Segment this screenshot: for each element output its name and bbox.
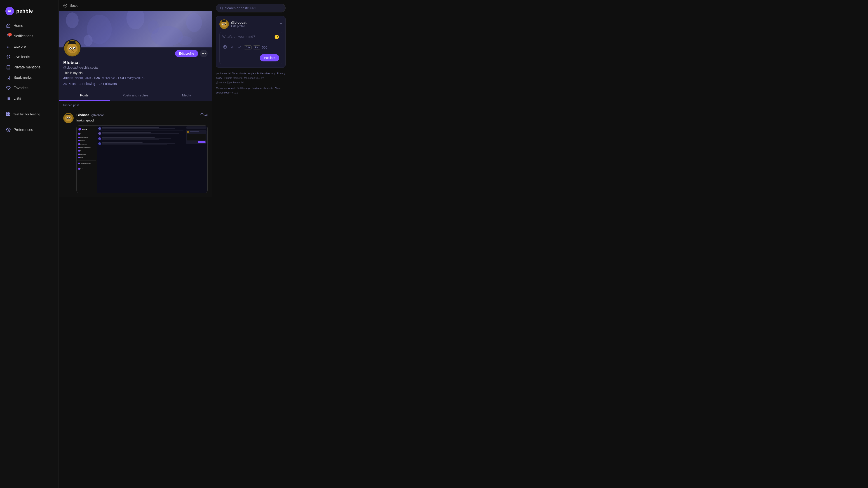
compose-tags: CW EN xyxy=(244,45,260,50)
right-profile-card: @blobcat Edit profile ≡ What's on your m… xyxy=(216,16,285,68)
mini-nav-notifications: Notifications xyxy=(78,136,96,139)
edit-profile-button[interactable]: Edit profile xyxy=(175,50,198,57)
app-logo[interactable]: pebble xyxy=(0,4,59,21)
footer-invite-link[interactable]: Invite people xyxy=(240,72,254,75)
footer-get-app-link[interactable]: Get the app xyxy=(237,87,250,90)
profile-avatar xyxy=(63,39,81,57)
mini-logo-dot xyxy=(79,128,81,131)
notification-badge: 1 xyxy=(8,33,12,36)
mini-nav-dot-test-list xyxy=(79,163,80,164)
book-icon xyxy=(6,65,11,70)
compose-publish-row: Publish! xyxy=(222,53,279,61)
profile-info-section: Edit profile ••• Blobcat @blobcat@pebble… xyxy=(59,47,212,90)
post-author-info: Blobcat @blobcat xyxy=(76,113,104,117)
profile-avatar-row: Edit profile ••• xyxy=(63,38,208,60)
mini-username-line xyxy=(190,131,199,132)
main-content: Back xyxy=(59,0,212,488)
mini-post-line-6 xyxy=(102,134,163,134)
clock-icon xyxy=(200,113,204,116)
sidebar-item-favorites[interactable]: Favorites xyxy=(3,83,56,93)
svg-point-26 xyxy=(148,20,159,34)
mini-post-body-1 xyxy=(102,127,183,130)
sidebar-item-private-mentions[interactable]: Private mentions xyxy=(3,62,56,72)
mini-nav-notifications-label: Notifications xyxy=(81,137,88,138)
heart-icon xyxy=(6,86,11,91)
posts-feed: Pinned post xyxy=(59,101,212,197)
compose-image-tool[interactable] xyxy=(222,44,228,51)
footer-server-section: pebble.social: About · Invite people · P… xyxy=(216,71,285,85)
en-badge[interactable]: EN xyxy=(253,45,260,50)
mini-main xyxy=(97,126,185,193)
search-bar[interactable] xyxy=(216,4,285,12)
mini-profile-row xyxy=(187,131,206,133)
sidebar-item-home[interactable]: Home xyxy=(3,21,56,31)
footer-mastodon-about-link[interactable]: About xyxy=(228,87,235,90)
tab-posts[interactable]: Posts xyxy=(59,90,110,101)
svg-point-47 xyxy=(67,118,68,119)
sidebar-item-lists[interactable]: Lists xyxy=(3,94,56,103)
footer-keyboard-shortcuts-link[interactable]: Keyboard shortcuts xyxy=(252,87,273,90)
right-menu-icon[interactable]: ≡ xyxy=(280,22,282,27)
mini-nav-bookmarks-label: Bookmarks xyxy=(81,150,87,152)
sidebar-item-test-list[interactable]: Test list for testing xyxy=(3,109,56,119)
compose-poll-tool[interactable] xyxy=(229,44,235,51)
sidebar-item-explore[interactable]: Explore xyxy=(3,41,56,52)
svg-point-61 xyxy=(223,24,224,25)
footer-about-link[interactable]: About xyxy=(232,72,238,75)
post-author-handle: @blobcat xyxy=(91,113,103,117)
search-input[interactable] xyxy=(225,6,282,10)
sidebar-item-bookmarks-label: Bookmarks xyxy=(13,76,32,80)
back-button[interactable]: Back xyxy=(59,0,212,11)
mini-nav-private-label: Private mentions xyxy=(81,147,91,148)
sidebar-divider-2 xyxy=(4,122,55,122)
publish-button[interactable]: Publish! xyxy=(260,54,279,61)
mini-profile-avatar xyxy=(187,131,189,133)
mini-nav-preferences: Preferences xyxy=(78,168,96,170)
mini-nav-explore-label: Explore xyxy=(81,140,85,141)
followers-count[interactable]: 28 Followers xyxy=(99,82,117,86)
test-list-label: Test list for testing xyxy=(13,112,40,116)
mini-nav-private: Private mentions xyxy=(78,146,96,149)
compose-placeholder[interactable]: What's on your mind? xyxy=(222,35,274,38)
post-header: Blobcat @blobcat 1d xyxy=(76,113,208,117)
joined-label: JOINED xyxy=(63,76,73,80)
posts-count[interactable]: 24 Posts xyxy=(63,82,75,86)
right-edit-link[interactable]: Edit profile xyxy=(231,24,246,28)
mini-post-line-4 xyxy=(102,132,151,133)
compose-tools: CW EN 500 xyxy=(222,44,267,51)
svg-point-48 xyxy=(69,118,70,119)
sidebar-item-bookmarks[interactable]: Bookmarks xyxy=(3,73,56,83)
sidebar-item-preferences[interactable]: Preferences xyxy=(3,125,56,135)
har-value: har har har xyxy=(101,76,115,80)
mini-post-2 xyxy=(98,131,183,136)
compose-emoji-button[interactable]: 🙂 xyxy=(274,35,279,39)
profile-more-button[interactable]: ••• xyxy=(200,50,208,57)
footer-profiles-link[interactable]: Profiles directory xyxy=(256,72,275,75)
mini-nav-dot-preferences xyxy=(79,168,80,170)
logo-icon xyxy=(5,7,14,15)
svg-point-36 xyxy=(74,48,75,49)
svg-rect-13 xyxy=(6,112,8,113)
profile-stats: 24 Posts 1 Following 28 Followers xyxy=(63,82,208,86)
mini-nav-dot-lists xyxy=(79,157,80,158)
following-count[interactable]: 1 Following xyxy=(79,82,95,86)
sidebar-item-notifications[interactable]: 1 Notifications xyxy=(3,31,56,41)
sidebar-item-live-feeds[interactable]: Live feeds xyxy=(3,52,56,62)
mini-nav-dot-private xyxy=(79,147,80,148)
svg-point-22 xyxy=(126,11,145,29)
cw-badge[interactable]: CW xyxy=(244,45,252,50)
profile-actions: Edit profile ••• xyxy=(175,50,208,57)
post-image-preview: pebble Home Notifications xyxy=(76,125,208,193)
mini-nav-test-list-label: Test list for testing xyxy=(81,163,91,164)
mini-nav-home-label: Home xyxy=(81,133,84,135)
post-timestamp: 1d xyxy=(205,113,208,116)
compose-check-tool[interactable] xyxy=(237,44,242,51)
mini-nav-dot-home xyxy=(79,133,80,135)
tab-media[interactable]: Media xyxy=(161,90,212,101)
tab-posts-replies[interactable]: Posts and replies xyxy=(110,90,161,101)
post-author-avatar xyxy=(63,113,74,123)
sidebar-lists-section: Test list for testing xyxy=(0,109,59,119)
svg-rect-44 xyxy=(66,114,70,116)
footer-theme-text: Pebble theme for Mastodon v1.0 by @blobc… xyxy=(216,76,264,84)
tab-posts-label: Posts xyxy=(80,93,89,97)
